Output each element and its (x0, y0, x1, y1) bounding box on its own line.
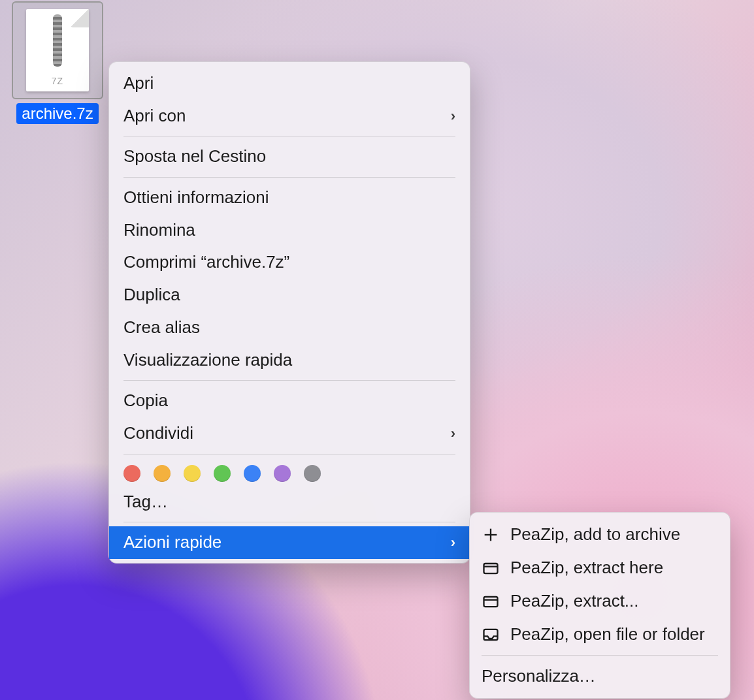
tag-color-purple[interactable] (274, 465, 291, 482)
submenu-item-peazip-open[interactable]: PeaZip, open file or folder (470, 618, 730, 651)
chevron-right-icon: › (451, 532, 455, 553)
menu-separator (123, 522, 455, 522)
menu-label: Rinomina (123, 218, 195, 243)
quick-actions-submenu: PeaZip, add to archive PeaZip, extract h… (469, 512, 730, 699)
desktop-file-archive[interactable]: 7Z archive.7z (12, 1, 103, 124)
submenu-label: PeaZip, add to archive (510, 522, 680, 547)
menu-separator (123, 454, 455, 454)
tag-color-green[interactable] (214, 465, 231, 482)
chevron-right-icon: › (451, 423, 455, 444)
menu-label: Tag… (123, 490, 168, 515)
chevron-right-icon: › (451, 106, 455, 127)
tag-color-gray[interactable] (304, 465, 321, 482)
menu-label: Sposta nel Cestino (123, 144, 266, 169)
menu-item-share[interactable]: Condividi › (109, 417, 470, 450)
folder-icon (482, 559, 500, 577)
submenu-separator (482, 655, 718, 656)
menu-item-alias[interactable]: Crea alias (109, 311, 470, 344)
context-menu: Apri Apri con › Sposta nel Cestino Ottie… (108, 61, 470, 564)
zipper-icon (53, 14, 62, 67)
menu-label: Duplica (123, 283, 180, 308)
menu-item-copy[interactable]: Copia (109, 385, 470, 417)
inbox-icon (482, 626, 500, 644)
file-name-label[interactable]: archive.7z (16, 103, 98, 124)
menu-item-compress[interactable]: Comprimi “archive.7z” (109, 246, 470, 279)
tag-color-yellow[interactable] (184, 465, 201, 482)
menu-label: Apri con (123, 104, 186, 129)
menu-label: Copia (123, 389, 168, 413)
submenu-label: PeaZip, open file or folder (510, 622, 705, 647)
menu-label: Visualizzazione rapida (123, 348, 292, 373)
file-ext-badge: 7Z (26, 76, 89, 86)
submenu-item-customize[interactable]: Personalizza… (470, 660, 730, 693)
folder-icon (482, 592, 500, 611)
menu-label: Comprimi “archive.7z” (123, 250, 289, 275)
menu-label: Ottieni informazioni (123, 185, 269, 210)
menu-item-quicklook[interactable]: Visualizzazione rapida (109, 344, 470, 377)
tag-color-row (109, 458, 470, 486)
menu-separator (123, 380, 455, 381)
menu-item-open[interactable]: Apri (109, 67, 470, 100)
menu-item-quick-actions[interactable]: Azioni rapide › (109, 526, 470, 559)
svg-rect-2 (484, 564, 498, 573)
menu-label: Azioni rapide (123, 530, 221, 555)
submenu-label: PeaZip, extract... (510, 588, 639, 614)
submenu-item-peazip-extract-here[interactable]: PeaZip, extract here (470, 551, 730, 584)
tag-color-red[interactable] (123, 465, 140, 482)
menu-label: Condividi (123, 421, 193, 446)
plus-icon (482, 526, 500, 544)
tag-color-orange[interactable] (154, 465, 171, 482)
menu-item-duplicate[interactable]: Duplica (109, 279, 470, 311)
menu-separator (123, 177, 455, 178)
menu-label: Apri (123, 71, 154, 96)
submenu-item-peazip-extract[interactable]: PeaZip, extract... (470, 584, 730, 618)
menu-item-get-info[interactable]: Ottieni informazioni (109, 182, 470, 214)
submenu-label: Personalizza… (482, 663, 596, 689)
menu-item-tags[interactable]: Tag… (109, 486, 470, 518)
menu-separator (123, 136, 455, 136)
tag-color-blue[interactable] (244, 465, 261, 482)
menu-label: Crea alias (123, 315, 200, 340)
menu-item-rename[interactable]: Rinomina (109, 214, 470, 247)
submenu-item-peazip-add[interactable]: PeaZip, add to archive (470, 518, 730, 551)
submenu-label: PeaZip, extract here (510, 555, 663, 581)
menu-item-open-with[interactable]: Apri con › (109, 100, 470, 133)
svg-rect-4 (484, 597, 498, 607)
desktop[interactable]: 7Z archive.7z Apri Apri con › Sposta nel… (0, 0, 754, 700)
archive-file-icon: 7Z (26, 9, 89, 91)
file-icon-selection: 7Z (12, 1, 103, 99)
menu-item-move-trash[interactable]: Sposta nel Cestino (109, 140, 470, 173)
